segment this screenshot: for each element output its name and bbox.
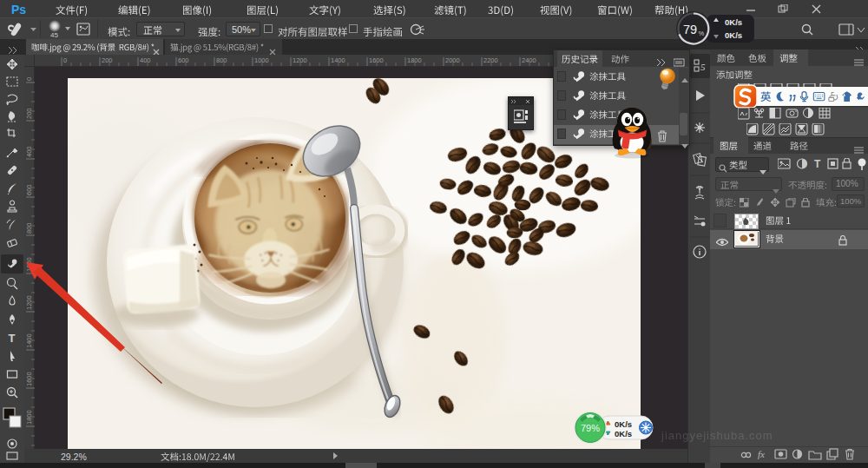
svg-text:800: 800 — [216, 56, 227, 64]
svg-text:400: 400 — [25, 146, 33, 157]
svg-text:45: 45 — [50, 31, 58, 39]
svg-text:fx: fx — [758, 449, 765, 459]
svg-text:0K/s: 0K/s — [615, 429, 632, 438]
svg-text:0: 0 — [25, 77, 33, 81]
svg-text:1600: 1600 — [369, 56, 384, 64]
svg-text:%: % — [699, 30, 705, 37]
svg-text:T: T — [9, 332, 16, 345]
svg-text:0K/s: 0K/s — [725, 17, 742, 27]
svg-text:0: 0 — [63, 56, 67, 64]
svg-text:2000: 2000 — [445, 56, 460, 64]
svg-text:79: 79 — [683, 23, 697, 36]
svg-text:600: 600 — [25, 184, 33, 195]
svg-text:600: 600 — [178, 56, 189, 64]
svg-text:200: 200 — [102, 56, 113, 64]
svg-text:1800: 1800 — [407, 56, 422, 64]
svg-text:1200: 1200 — [293, 56, 307, 64]
svg-text:5: 5 — [700, 62, 706, 72]
svg-text:1000: 1000 — [254, 56, 269, 64]
svg-text:0K/s: 0K/s — [725, 30, 742, 40]
svg-text:79%: 79% — [581, 423, 600, 433]
svg-text:2400: 2400 — [522, 56, 536, 64]
svg-text:2200: 2200 — [483, 56, 498, 64]
svg-text:400: 400 — [140, 56, 151, 64]
svg-text:T: T — [814, 158, 821, 170]
svg-text:1400: 1400 — [331, 56, 345, 64]
svg-text:1800: 1800 — [25, 410, 33, 425]
svg-text:200: 200 — [25, 108, 33, 119]
svg-text:800: 800 — [25, 222, 33, 234]
svg-text:0K/s: 0K/s — [615, 419, 632, 429]
